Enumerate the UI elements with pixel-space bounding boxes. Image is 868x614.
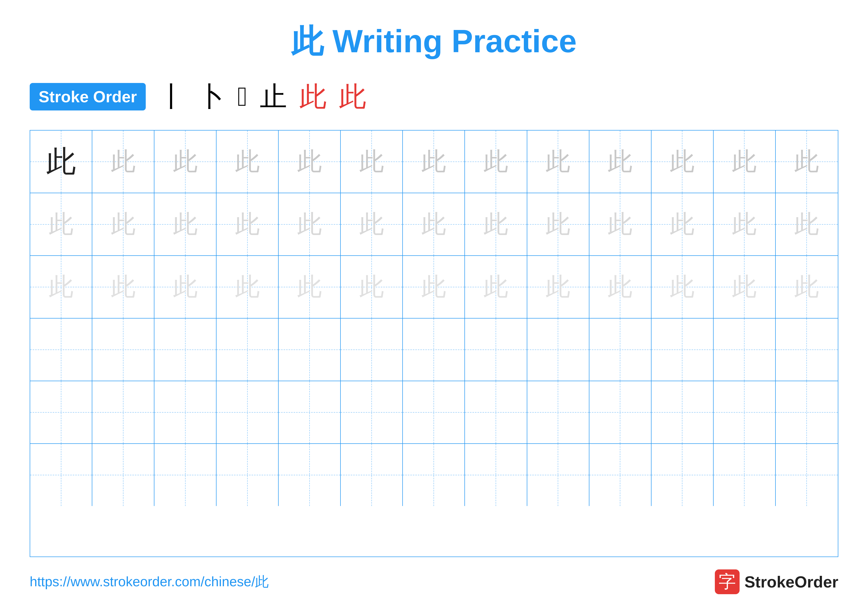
grid-cell: 此 — [154, 131, 217, 193]
grid-cell[interactable] — [589, 444, 651, 506]
grid-row-2: 此 此 此 此 此 此 此 此 此 此 此 此 此 — [30, 193, 838, 256]
grid-cell[interactable] — [589, 319, 651, 381]
grid-row-3: 此 此 此 此 此 此 此 此 此 此 此 此 此 — [30, 256, 838, 319]
grid-cell: 此 — [465, 131, 527, 193]
grid-cell: 此 — [651, 193, 714, 255]
footer-logo: 字 StrokeOrder — [715, 569, 838, 594]
grid-cell[interactable] — [776, 444, 838, 506]
grid-cell: 此 — [341, 256, 403, 318]
grid-cell: 此 — [279, 256, 341, 318]
grid-cell[interactable] — [776, 381, 838, 443]
grid-cell: 此 — [30, 256, 92, 318]
stroke-step-6: 此 — [339, 78, 366, 115]
grid-cell[interactable] — [341, 381, 403, 443]
grid-cell[interactable] — [92, 444, 154, 506]
grid-cell: 此 — [714, 256, 776, 318]
grid-cell[interactable] — [92, 319, 154, 381]
grid-cell: 此 — [279, 193, 341, 255]
grid-cell[interactable] — [279, 444, 341, 506]
grid-cell[interactable] — [714, 319, 776, 381]
page-title: 此 Writing Practice — [291, 20, 577, 64]
grid-cell: 此 — [403, 256, 465, 318]
footer: https://www.strokeorder.com/chinese/此 字 … — [30, 569, 838, 594]
grid-cell: 此 — [403, 131, 465, 193]
grid-row-6 — [30, 444, 838, 506]
footer-url[interactable]: https://www.strokeorder.com/chinese/此 — [30, 573, 269, 591]
grid-cell[interactable] — [154, 319, 217, 381]
grid-cell: 此 — [30, 131, 92, 193]
grid-cell[interactable] — [279, 381, 341, 443]
grid-cell[interactable] — [30, 381, 92, 443]
grid-cell: 此 — [651, 131, 714, 193]
grid-cell: 此 — [341, 131, 403, 193]
grid-cell[interactable] — [279, 319, 341, 381]
grid-cell: 此 — [465, 256, 527, 318]
grid-cell[interactable] — [154, 444, 217, 506]
grid-cell: 此 — [403, 193, 465, 255]
page: 此 Writing Practice Stroke Order 丨 卜 𠄎 止 … — [0, 0, 868, 614]
grid-cell: 此 — [154, 193, 217, 255]
grid-cell[interactable] — [341, 444, 403, 506]
grid-cell: 此 — [217, 193, 279, 255]
stroke-step-4: 止 — [260, 78, 287, 115]
grid-cell[interactable] — [527, 444, 589, 506]
stroke-order-row: Stroke Order 丨 卜 𠄎 止 此 此 — [30, 78, 838, 115]
stroke-order-badge: Stroke Order — [30, 83, 146, 110]
stroke-step-5: 此 — [299, 78, 327, 115]
stroke-step-3: 𠄎 — [237, 81, 247, 112]
grid-cell: 此 — [651, 256, 714, 318]
grid-cell[interactable] — [465, 381, 527, 443]
grid-cell: 此 — [776, 193, 838, 255]
grid-cell[interactable] — [465, 319, 527, 381]
grid-cell[interactable] — [341, 319, 403, 381]
grid-cell[interactable] — [651, 319, 714, 381]
logo-icon: 字 — [715, 569, 739, 594]
grid-cell: 此 — [341, 193, 403, 255]
grid-cell[interactable] — [714, 444, 776, 506]
grid-cell[interactable] — [30, 444, 92, 506]
stroke-step-1: 丨 — [158, 78, 185, 115]
grid-cell: 此 — [589, 131, 651, 193]
grid-cell: 此 — [589, 256, 651, 318]
grid-cell: 此 — [527, 193, 589, 255]
grid-cell[interactable] — [403, 381, 465, 443]
stroke-step-2: 卜 — [198, 78, 225, 115]
grid-cell: 此 — [527, 131, 589, 193]
grid-cell: 此 — [714, 193, 776, 255]
grid-cell: 此 — [714, 131, 776, 193]
grid-cell[interactable] — [527, 381, 589, 443]
practice-grid: 此 此 此 此 此 此 此 此 此 此 此 此 此 此 此 此 此 此 此 此 … — [30, 130, 838, 557]
grid-cell[interactable] — [217, 319, 279, 381]
grid-cell[interactable] — [403, 444, 465, 506]
grid-cell[interactable] — [92, 381, 154, 443]
grid-cell[interactable] — [30, 319, 92, 381]
grid-cell[interactable] — [651, 444, 714, 506]
grid-cell: 此 — [776, 256, 838, 318]
grid-cell[interactable] — [714, 381, 776, 443]
grid-cell[interactable] — [776, 319, 838, 381]
grid-cell: 此 — [527, 256, 589, 318]
grid-cell: 此 — [154, 256, 217, 318]
grid-cell[interactable] — [154, 381, 217, 443]
grid-cell[interactable] — [217, 444, 279, 506]
grid-cell[interactable] — [589, 381, 651, 443]
grid-cell[interactable] — [403, 319, 465, 381]
grid-cell: 此 — [589, 193, 651, 255]
grid-cell[interactable] — [527, 319, 589, 381]
grid-cell[interactable] — [217, 381, 279, 443]
grid-row-5 — [30, 381, 838, 444]
grid-row-4 — [30, 319, 838, 381]
grid-cell: 此 — [465, 193, 527, 255]
grid-cell[interactable] — [651, 381, 714, 443]
grid-cell: 此 — [92, 193, 154, 255]
grid-cell: 此 — [776, 131, 838, 193]
logo-name: StrokeOrder — [744, 573, 838, 591]
grid-cell: 此 — [217, 256, 279, 318]
grid-cell: 此 — [279, 131, 341, 193]
grid-cell[interactable] — [465, 444, 527, 506]
stroke-steps: 丨 卜 𠄎 止 此 此 — [158, 78, 366, 115]
grid-cell: 此 — [30, 193, 92, 255]
grid-cell: 此 — [217, 131, 279, 193]
grid-cell: 此 — [92, 256, 154, 318]
grid-row-1: 此 此 此 此 此 此 此 此 此 此 此 此 此 — [30, 131, 838, 193]
